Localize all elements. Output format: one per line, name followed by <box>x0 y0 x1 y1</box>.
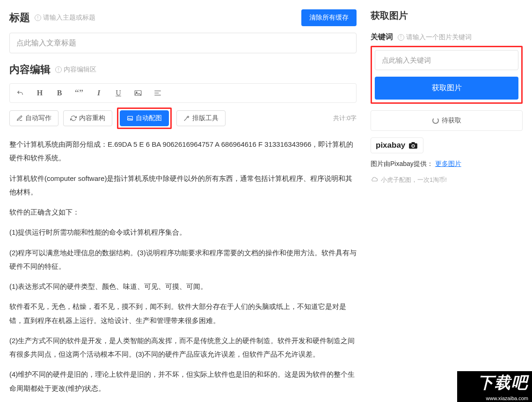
article-title-input[interactable] <box>9 33 357 53</box>
highlight-auto-image: 自动配图 <box>117 108 172 129</box>
spinner-icon <box>432 117 439 124</box>
pixabay-badge: pixabay <box>371 137 423 153</box>
content-header: 内容编辑 ! 内容编辑区 <box>9 63 357 77</box>
underline-icon[interactable]: U <box>113 87 124 99</box>
cost-note: 小虎子配图，一次1淘币! <box>371 176 523 184</box>
watermark: 下载吧 www.xiazaiba.com <box>457 371 532 402</box>
clear-cache-button[interactable]: 清除所有缓存 <box>301 9 357 26</box>
title-label: 标题 <box>9 11 30 25</box>
paragraph: (1)提供运行时所需功能和性能的命令或计算机程序集合。 <box>9 225 357 239</box>
title-header: 标题 ! 请输入主题或标题 清除所有缓存 <box>9 9 357 26</box>
info-icon: ! <box>35 14 41 21</box>
keyword-hint: ! 请输入一个图片关键词 <box>398 33 472 42</box>
italic-icon[interactable]: I <box>93 87 104 99</box>
title-hint: ! 请输入主题或标题 <box>35 14 95 22</box>
side-title: 获取图片 <box>371 9 523 22</box>
content-body[interactable]: 整个计算机系统由两部分组成：E.69DA 5 E 6 BA 9062616964… <box>9 137 357 395</box>
image-icon[interactable] <box>132 87 144 99</box>
keyword-label-row: 关键词 ! 请输入一个图片关键词 <box>371 32 523 42</box>
keyword-input[interactable] <box>375 50 518 70</box>
camera-icon <box>408 142 418 149</box>
cloud-icon <box>371 177 378 184</box>
paragraph: 软件看不见，无色，枯燥，看不见，摸不到，闻不到。软件大部分存在于人们的头脑或纸上… <box>9 300 357 327</box>
heading-icon[interactable]: H <box>34 87 45 99</box>
quote-icon[interactable]: “” <box>73 87 85 99</box>
more-images-link[interactable]: 更多图片 <box>435 160 461 167</box>
paragraph: 软件的正确含义如下： <box>9 205 357 219</box>
paragraph: 整个计算机系统由两部分组成：E.69DA 5 E 6 BA 9062616964… <box>9 137 357 165</box>
pencil-icon <box>16 115 23 122</box>
layout-tool-button[interactable]: 排版工具 <box>176 110 226 126</box>
paragraph: 计算机软件(computer software)是指计算机系统中除硬件以外的所有… <box>9 172 357 199</box>
auto-write-button[interactable]: 自动写作 <box>9 110 58 126</box>
content-title: 内容编辑 <box>9 63 51 77</box>
paragraph: (1)表达形式不同的硬件类型、颜色、味道、可见、可摸、可闻。 <box>9 280 357 293</box>
bold-icon[interactable]: B <box>54 87 65 99</box>
image-small-icon <box>127 115 133 122</box>
restructure-button[interactable]: 内容重构 <box>63 110 112 126</box>
content-hint: ! 内容编辑区 <box>55 65 96 74</box>
keyword-label: 关键词 <box>371 32 393 42</box>
info-icon: ! <box>398 34 404 41</box>
editor-toolbar: H B “” I U <box>9 83 357 103</box>
highlight-keyword-box: 获取图片 <box>371 46 523 104</box>
tools-icon <box>183 115 190 122</box>
info-icon: ! <box>55 66 62 73</box>
word-count: 共计:0字 <box>333 114 357 122</box>
paragraph: (2)生产方式不同的软件是开发，是人类智能的高发挥，而不是传统意义上的硬件制造。… <box>9 334 357 361</box>
paragraph: (2)程序可以满意地处理信息的数据结构。(3)说明程序功能要求和程序需要的文档的… <box>9 246 357 273</box>
action-row: 自动写作 内容重构 自动配图 排版工具 共计:0字 <box>9 108 357 129</box>
svg-point-9 <box>412 145 414 147</box>
svg-rect-7 <box>412 142 415 144</box>
provided-by-row: 图片由Pixabay提供： 更多图片 <box>371 160 523 168</box>
paragraph: (4)维护不同的硬件是旧的，理论上软件是旧的，并不坏，但实际上软件也是旧的和坏的… <box>9 367 357 395</box>
undo-icon[interactable] <box>15 87 26 99</box>
refresh-icon <box>70 115 77 122</box>
auto-image-button[interactable]: 自动配图 <box>120 110 169 126</box>
pending-status: 待获取 <box>371 110 523 131</box>
align-left-icon[interactable] <box>152 87 163 99</box>
fetch-image-button[interactable]: 获取图片 <box>375 77 518 100</box>
